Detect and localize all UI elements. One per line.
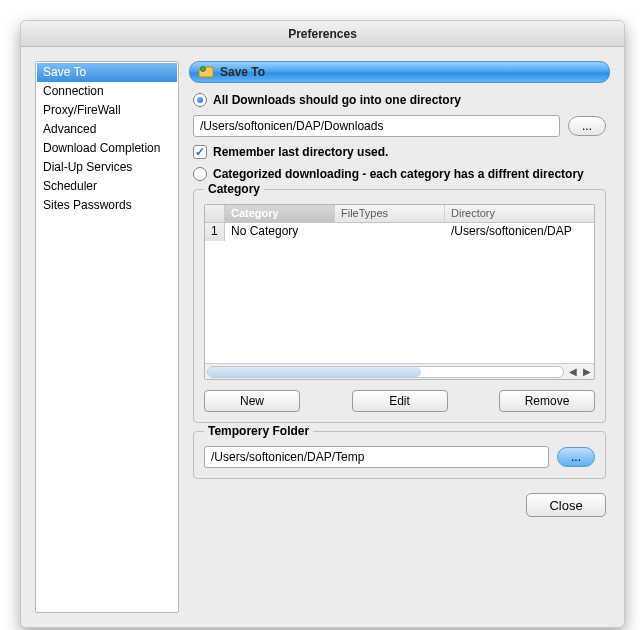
sidebar-item-scheduler[interactable]: Scheduler <box>37 177 177 196</box>
sidebar-item-connection[interactable]: Connection <box>37 82 177 101</box>
section-title: Save To <box>220 65 265 79</box>
section-header: Save To <box>189 61 610 83</box>
temp-folder-legend: Temporery Folder <box>204 424 313 438</box>
col-category[interactable]: Category <box>225 205 335 222</box>
download-path-input[interactable] <box>193 115 560 137</box>
row-number-header <box>205 205 225 222</box>
cell-category: No Category <box>225 223 335 241</box>
cell-directory: /Users/softonicen/DAP <box>445 223 594 241</box>
col-directory[interactable]: Directory <box>445 205 594 222</box>
row-number: 1 <box>205 223 225 241</box>
table-header: Category FileTypes Directory <box>205 205 594 223</box>
radio-icon <box>193 167 207 181</box>
folder-icon <box>198 64 214 80</box>
scrollbar-track[interactable] <box>207 366 564 378</box>
main-panel: Save To All Downloads should go into one… <box>189 61 610 613</box>
sidebar-item-dial-up-services[interactable]: Dial-Up Services <box>37 158 177 177</box>
window-title: Preferences <box>21 21 624 47</box>
remember-checkbox-row[interactable]: ✓ Remember last directory used. <box>193 145 610 159</box>
radio-all-downloads[interactable]: All Downloads should go into one directo… <box>193 93 610 107</box>
sidebar-item-download-completion[interactable]: Download Completion <box>37 139 177 158</box>
remember-label: Remember last directory used. <box>213 145 388 159</box>
radio-all-label: All Downloads should go into one directo… <box>213 93 461 107</box>
remove-button[interactable]: Remove <box>499 390 595 412</box>
browse-temp-folder-button[interactable]: ... <box>557 447 595 467</box>
sidebar: Save To Connection Proxy/FireWall Advanc… <box>35 61 179 613</box>
radio-icon <box>193 93 207 107</box>
table-row[interactable]: 1 No Category /Users/softonicen/DAP <box>205 223 594 241</box>
close-button[interactable]: Close <box>526 493 606 517</box>
scroll-left-icon[interactable]: ◀ <box>566 366 580 377</box>
radio-categorized[interactable]: Categorized downloading - each category … <box>193 167 610 181</box>
radio-categorized-label: Categorized downloading - each category … <box>213 167 584 181</box>
category-group: Category Category FileTypes Directory 1 … <box>193 189 606 423</box>
sidebar-item-sites-passwords[interactable]: Sites Passwords <box>37 196 177 215</box>
sidebar-item-advanced[interactable]: Advanced <box>37 120 177 139</box>
col-filetypes[interactable]: FileTypes <box>335 205 445 222</box>
checkbox-icon: ✓ <box>193 145 207 159</box>
scroll-right-icon[interactable]: ▶ <box>580 366 594 377</box>
sidebar-item-proxy-firewall[interactable]: Proxy/FireWall <box>37 101 177 120</box>
scrollbar-thumb[interactable] <box>208 367 421 377</box>
preferences-window: Preferences Save To Connection Proxy/Fir… <box>20 20 625 628</box>
new-button[interactable]: New <box>204 390 300 412</box>
category-table[interactable]: Category FileTypes Directory 1 No Catego… <box>204 204 595 380</box>
edit-button[interactable]: Edit <box>352 390 448 412</box>
cell-filetypes <box>335 223 445 241</box>
temp-folder-input[interactable] <box>204 446 549 468</box>
sidebar-item-save-to[interactable]: Save To <box>37 63 177 82</box>
category-legend: Category <box>204 182 264 196</box>
temp-folder-group: Temporery Folder ... <box>193 431 606 479</box>
horizontal-scrollbar[interactable]: ◀ ▶ <box>205 363 594 379</box>
browse-download-path-button[interactable]: ... <box>568 116 606 136</box>
svg-point-0 <box>201 67 206 72</box>
